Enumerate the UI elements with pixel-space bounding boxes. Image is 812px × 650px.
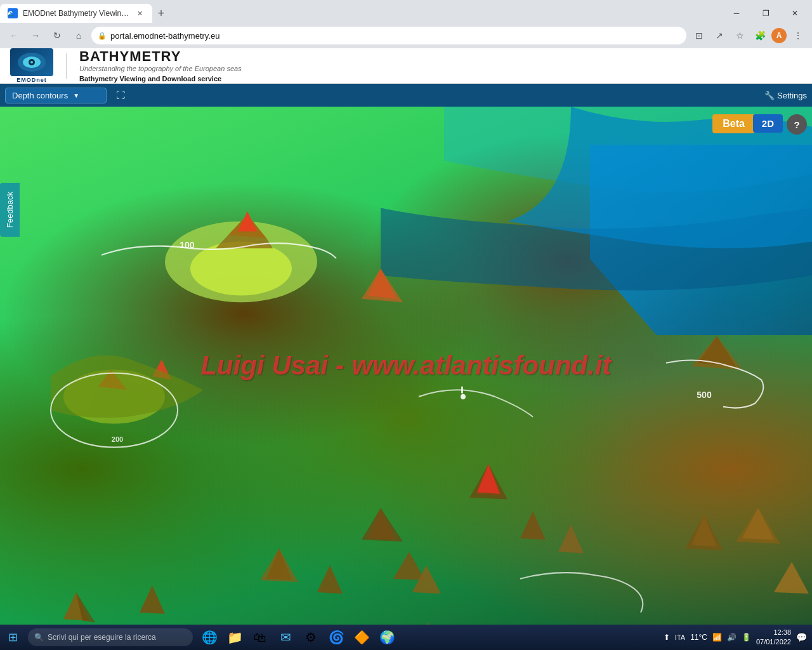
svg-point-43 [461, 394, 466, 400]
windows-logo-icon: ⊞ [8, 630, 18, 644]
taskbar-settings-icon[interactable]: ⚙ [299, 626, 322, 649]
logo-divider [66, 53, 67, 79]
tab-favicon: 🌊 [8, 8, 18, 18]
svg-marker-20 [260, 548, 298, 582]
translate-icon[interactable]: ⊡ [690, 27, 708, 44]
svg-marker-21 [317, 566, 343, 594]
chevron-down-icon: ▼ [73, 92, 79, 99]
app-title: BATHYMETRY [79, 48, 242, 65]
svg-marker-8 [238, 211, 257, 232]
window-controls: ─ ❐ ✕ [722, 3, 812, 23]
avatar[interactable]: A [771, 28, 787, 43]
address-bar: ← → ↻ ⌂ 🔒 portal.emodnet-bathymetry.eu ⊡… [0, 23, 812, 48]
reload-button[interactable]: ↻ [48, 27, 66, 44]
svg-text:100: 100 [180, 240, 194, 250]
network-icon: 📶 [712, 633, 722, 642]
settings-button[interactable]: 🔧 Settings [764, 91, 807, 100]
taskbar-search[interactable]: 🔍 Scrivi qui per eseguire la ricerca [28, 628, 193, 646]
svg-marker-29 [520, 512, 546, 540]
taskbar-edge-icon[interactable]: 🌐 [198, 626, 221, 649]
notification-icon: ⬆ [664, 633, 670, 642]
date-text: 07/01/2022 [756, 637, 791, 647]
emodnet-label: EMODnet [16, 77, 47, 83]
2d-view-button[interactable]: 2D [753, 114, 783, 133]
taskbar-chrome-icon[interactable]: 🌀 [325, 626, 348, 649]
url-text: portal.emodnet-bathymetry.eu [110, 31, 680, 41]
svg-rect-44 [461, 387, 463, 394]
settings-label: Settings [777, 91, 807, 100]
map-toolbar: Depth contours ▼ ⛶ 🔧 Settings [0, 84, 812, 107]
lock-icon: 🔒 [98, 32, 107, 40]
battery-icon: 🔋 [742, 633, 751, 642]
taskbar-store-icon[interactable]: 🛍 [249, 626, 272, 649]
tab-title: EMODnet Bathymetry Viewing a... [23, 9, 129, 18]
logo-area: EMODnet BATHYMETRY Understanding the top… [10, 48, 242, 84]
clock: 12:38 07/01/2022 [756, 628, 791, 647]
taskbar-mail-icon[interactable]: ✉ [274, 626, 297, 649]
active-tab[interactable]: 🌊 EMODnet Bathymetry Viewing a... ✕ [0, 4, 152, 23]
url-input[interactable]: 🔒 portal.emodnet-bathymetry.eu [91, 27, 686, 44]
browser-toolbar: ⊡ ↗ ☆ 🧩 A ⋮ [690, 27, 807, 44]
beta-badge: Beta [712, 114, 755, 133]
svg-marker-18 [140, 585, 165, 614]
svg-text:500: 500 [697, 390, 711, 400]
back-button[interactable]: ← [5, 27, 23, 44]
terrain-svg: 100 500 200 [0, 107, 812, 625]
app-subtitle2: Bathymetry Viewing and Download service [79, 75, 221, 83]
time-text: 12:38 [756, 628, 791, 637]
minimize-button[interactable]: ─ [722, 3, 751, 23]
svg-marker-23 [362, 508, 403, 541]
app-subtitle1: Understanding the topography of the Euro… [79, 65, 242, 72]
svg-marker-32 [685, 515, 723, 550]
home-button[interactable]: ⌂ [70, 27, 88, 44]
forward-button[interactable]: → [27, 27, 44, 44]
svg-marker-24 [393, 552, 425, 580]
taskbar-apps: 🌐 📁 🛍 ✉ ⚙ 🌀 🔶 🌍 [198, 626, 398, 649]
svg-text:200: 200 [112, 435, 123, 443]
app-header: EMODnet BATHYMETRY Understanding the top… [0, 48, 812, 84]
svg-marker-30 [558, 525, 584, 554]
search-icon: 🔍 [34, 633, 44, 642]
svg-marker-12 [691, 336, 742, 369]
share-icon[interactable]: ↗ [710, 27, 728, 44]
fullscreen-button[interactable]: ⛶ [112, 86, 129, 104]
header-text: BATHYMETRY Understanding the topography … [79, 48, 242, 84]
restore-button[interactable]: ❐ [751, 3, 780, 23]
bookmark-icon[interactable]: ☆ [731, 27, 749, 44]
emodnet-logo-icon [16, 51, 48, 74]
svg-point-3 [30, 61, 33, 63]
svg-marker-34 [736, 508, 780, 543]
settings-icon: 🔧 [764, 91, 775, 100]
volume-icon: 🔊 [727, 633, 737, 642]
temperature-display: 11°C [690, 633, 707, 642]
taskbar-vlc-icon[interactable]: 🔶 [350, 626, 373, 649]
taskbar-right: ⬆ ITA 11°C 📶 🔊 🔋 12:38 07/01/2022 💬 [664, 628, 812, 647]
tab-bar: 🌊 EMODnet Bathymetry Viewing a... ✕ + ─ … [0, 0, 812, 23]
notification-center-icon[interactable]: 💬 [796, 632, 807, 642]
svg-marker-35 [774, 562, 809, 594]
close-button[interactable]: ✕ [780, 3, 809, 23]
search-placeholder: Scrivi qui per eseguire la ricerca [48, 633, 156, 642]
start-button[interactable]: ⊞ [0, 625, 25, 650]
feedback-button[interactable]: Feedback [0, 183, 20, 237]
taskbar-files-icon[interactable]: 📁 [223, 626, 246, 649]
new-tab-button[interactable]: + [152, 4, 170, 22]
menu-icon[interactable]: ⋮ [789, 27, 807, 44]
help-button[interactable]: ? [787, 114, 807, 135]
language-indicator: ITA [675, 633, 685, 641]
taskbar-browser-icon[interactable]: 🌍 [376, 626, 398, 649]
taskbar: ⊞ 🔍 Scrivi qui per eseguire la ricerca 🌐… [0, 625, 812, 650]
extensions-icon[interactable]: 🧩 [751, 27, 769, 44]
tab-close-button[interactable]: ✕ [134, 8, 145, 18]
depth-contours-dropdown[interactable]: Depth contours ▼ [5, 88, 107, 103]
depth-label: Depth contours [12, 91, 68, 100]
map-area: 100 500 200 Luigi Usai - www.atlantisfou… [0, 107, 812, 625]
